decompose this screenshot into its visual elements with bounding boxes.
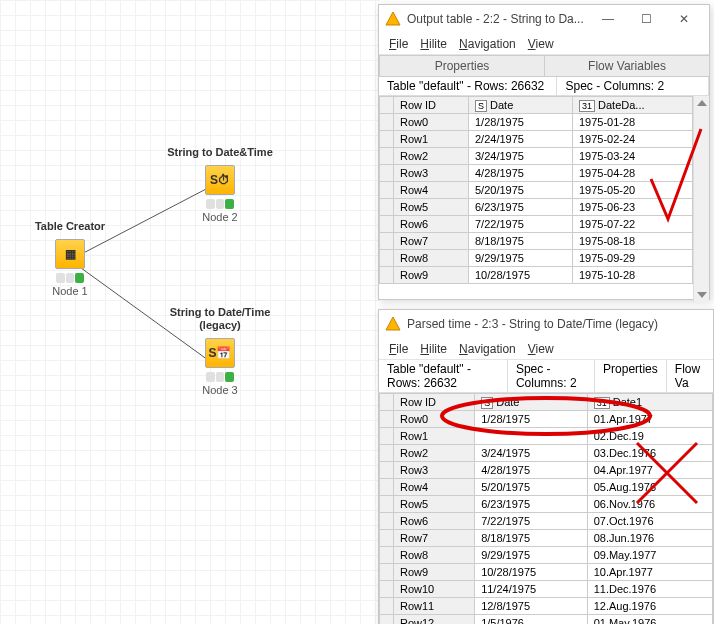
row-id-cell: Row3 xyxy=(394,462,475,479)
cell: 5/20/1975 xyxy=(475,479,588,496)
node-string-to-datetime-legacy[interactable]: String to Date/Time (legacy) S📅 Node 3 xyxy=(150,306,290,396)
close-button[interactable]: ✕ xyxy=(665,5,703,33)
row-id-cell: Row4 xyxy=(394,182,469,199)
col-date[interactable]: S Date xyxy=(468,97,572,114)
menu-view[interactable]: View xyxy=(528,342,554,356)
row-marker xyxy=(380,530,394,547)
table-row[interactable]: Row56/23/19751975-06-23 xyxy=(380,199,693,216)
table-row[interactable]: Row102.Dec.19 xyxy=(380,428,713,445)
minimize-button[interactable]: — xyxy=(589,5,627,33)
row-marker xyxy=(380,411,394,428)
titlebar[interactable]: Output table - 2:2 - String to Da... — ☐… xyxy=(379,5,709,33)
cell: 7/22/1975 xyxy=(468,216,572,233)
data-table[interactable]: Row ID S Date 31 DateDa... Row01/28/1975… xyxy=(379,96,693,284)
col-date[interactable]: S Date xyxy=(475,394,588,411)
menu-file[interactable]: File xyxy=(389,342,408,356)
tab-spec[interactable]: Spec - Columns: 2 xyxy=(508,360,595,393)
node-string-to-datetime[interactable]: String to Date&Time S⏱ Node 2 xyxy=(150,146,290,223)
cell: 07.Oct.1976 xyxy=(587,513,712,530)
cell: 6/23/1975 xyxy=(468,199,572,216)
menu-hilite[interactable]: Hilite xyxy=(420,342,447,356)
header-row: Row ID S Date 31 Date1 xyxy=(380,394,713,411)
cell: 1975-07-22 xyxy=(572,216,692,233)
table-row[interactable]: Row45/20/197505.Aug.1976 xyxy=(380,479,713,496)
row-id-cell: Row5 xyxy=(394,199,469,216)
cell: 10/28/1975 xyxy=(468,267,572,284)
cell: 9/29/1975 xyxy=(468,250,572,267)
row-marker xyxy=(380,199,394,216)
table-row[interactable]: Row12/24/19751975-02-24 xyxy=(380,131,693,148)
row-id-cell: Row8 xyxy=(394,547,475,564)
cell: 8/18/1975 xyxy=(475,530,588,547)
cell: 11/24/1975 xyxy=(475,581,588,598)
row-marker xyxy=(380,445,394,462)
node-table-creator[interactable]: Table Creator ▦ Node 1 xyxy=(0,220,140,297)
row-marker xyxy=(380,547,394,564)
table-row[interactable]: Row89/29/197509.May.1977 xyxy=(380,547,713,564)
table-row[interactable]: Row78/18/19751975-08-18 xyxy=(380,233,693,250)
row-id-cell: Row2 xyxy=(394,148,469,165)
row-id-cell: Row9 xyxy=(394,564,475,581)
table-row[interactable]: Row910/28/19751975-10-28 xyxy=(380,267,693,284)
cell: 5/20/1975 xyxy=(468,182,572,199)
cell: 8/18/1975 xyxy=(468,233,572,250)
maximize-button[interactable]: ☐ xyxy=(627,5,665,33)
table-row[interactable]: Row34/28/197504.Apr.1977 xyxy=(380,462,713,479)
tab-flow-variables[interactable]: Flow Variables xyxy=(544,55,710,76)
node-title: String to Date/Time (legacy) xyxy=(150,306,290,332)
cell: 1/28/1975 xyxy=(468,114,572,131)
cell: 2/24/1975 xyxy=(468,131,572,148)
table-row[interactable]: Row67/22/19751975-07-22 xyxy=(380,216,693,233)
col-rowid[interactable]: Row ID xyxy=(394,394,475,411)
table-row[interactable]: Row45/20/19751975-05-20 xyxy=(380,182,693,199)
menu-navigation[interactable]: Navigation xyxy=(459,37,516,51)
cell: 1975-09-29 xyxy=(572,250,692,267)
table-row[interactable]: Row910/28/197510.Apr.1977 xyxy=(380,564,713,581)
table-row[interactable]: Row23/24/19751975-03-24 xyxy=(380,148,693,165)
svg-marker-5 xyxy=(386,317,400,330)
node-name: Node 1 xyxy=(0,285,140,297)
row-marker xyxy=(380,479,394,496)
tab-properties[interactable]: Properties xyxy=(595,360,667,393)
cell: 03.Dec.1976 xyxy=(587,445,712,462)
cell: 1975-02-24 xyxy=(572,131,692,148)
row-id-cell: Row10 xyxy=(394,581,475,598)
row-marker xyxy=(380,216,394,233)
window-parsed-time: Parsed time - 2:3 - String to Date/Time … xyxy=(378,309,714,624)
titlebar[interactable]: Parsed time - 2:3 - String to Date/Time … xyxy=(379,310,713,338)
data-table[interactable]: Row ID S Date 31 Date1 Row01/28/197501.A… xyxy=(379,393,713,624)
table-row[interactable]: Row56/23/197506.Nov.1976 xyxy=(380,496,713,513)
row-id-cell: Row3 xyxy=(394,165,469,182)
table-row[interactable]: Row78/18/197508.Jun.1976 xyxy=(380,530,713,547)
workflow-canvas[interactable]: Table Creator ▦ Node 1 String to Date&Ti… xyxy=(0,0,380,624)
cell: 10/28/1975 xyxy=(475,564,588,581)
status-lights xyxy=(56,273,84,283)
table-row[interactable]: Row1011/24/197511.Dec.1976 xyxy=(380,581,713,598)
node-name: Node 3 xyxy=(150,384,290,396)
row-marker xyxy=(380,182,394,199)
row-id-cell: Row6 xyxy=(394,513,475,530)
window-title: Parsed time - 2:3 - String to Date/Time … xyxy=(407,317,707,331)
menu-file[interactable]: File xyxy=(389,37,408,51)
table-row[interactable]: Row67/22/197507.Oct.1976 xyxy=(380,513,713,530)
table-row[interactable]: Row1112/8/197512.Aug.1976 xyxy=(380,598,713,615)
table-row[interactable]: Row121/5/197601.May.1976 xyxy=(380,615,713,625)
table-row[interactable]: Row23/24/197503.Dec.1976 xyxy=(380,445,713,462)
table-row[interactable]: Row89/29/19751975-09-29 xyxy=(380,250,693,267)
col-rowid[interactable]: Row ID xyxy=(394,97,469,114)
table-row[interactable]: Row01/28/19751975-01-28 xyxy=(380,114,693,131)
cell: 08.Jun.1976 xyxy=(587,530,712,547)
scrollbar-vertical[interactable] xyxy=(693,96,709,302)
menu-navigation[interactable]: Navigation xyxy=(459,342,516,356)
row-id-cell: Row12 xyxy=(394,615,475,625)
menu-view[interactable]: View xyxy=(528,37,554,51)
menu-hilite[interactable]: Hilite xyxy=(420,37,447,51)
tab-properties[interactable]: Properties xyxy=(379,55,545,76)
cell: 12.Aug.1976 xyxy=(587,598,712,615)
col-date1[interactable]: 31 Date1 xyxy=(587,394,712,411)
col-dateda[interactable]: 31 DateDa... xyxy=(572,97,692,114)
tab-flowvars[interactable]: Flow Va xyxy=(667,360,713,393)
table-row[interactable]: Row01/28/197501.Apr.1977 xyxy=(380,411,713,428)
row-marker xyxy=(380,513,394,530)
table-row[interactable]: Row34/28/19751975-04-28 xyxy=(380,165,693,182)
